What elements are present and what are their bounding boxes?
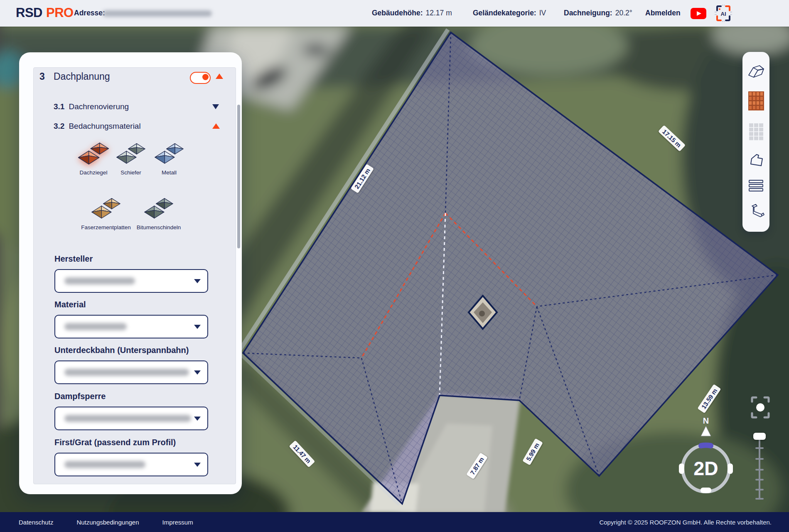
panel-content: 3 Dachplanung 3.1Dachrenovierung 3.2Beda… <box>33 67 236 484</box>
stat-label: Gebäudehöhe: <box>372 9 423 17</box>
field-label: First/Grat (passend zum Profil) <box>54 438 176 447</box>
field-label: Dampfsperre <box>54 392 106 401</box>
zoom-slider[interactable] <box>752 432 767 502</box>
address-label: Adresse: <box>74 9 105 17</box>
subsection-number: 3.1 <box>54 102 64 111</box>
gutter-icon[interactable] <box>748 203 764 219</box>
subsection-dachrenovierung[interactable]: 3.1Dachrenovierung <box>54 102 129 111</box>
chevron-down-icon <box>194 463 201 467</box>
app-window: 17.15 m 21.12 m 13.59 m 11.47 m 7.87 m 5… <box>0 0 789 532</box>
redacted-value <box>64 461 145 468</box>
footer-link-nutzungsbedingungen[interactable]: Nutzungsbedingungen <box>76 519 139 526</box>
field-label: Material <box>54 300 86 309</box>
field-label: Hersteller <box>54 254 93 264</box>
material-metall[interactable]: Metall <box>146 139 192 176</box>
planning-panel: 3 Dachplanung 3.1Dachrenovierung 3.2Beda… <box>19 52 242 494</box>
redacted-value <box>64 415 191 422</box>
panel-scrollbar[interactable] <box>237 105 240 248</box>
logout-button[interactable]: Abmelden <box>645 9 681 17</box>
toggle-knob <box>202 74 209 80</box>
north-label: N <box>703 416 709 425</box>
address-value-redacted <box>103 10 212 17</box>
stat-label: Geländekategorie: <box>473 9 536 17</box>
field-label: Unterdeckbahn (Unterspannbahn) <box>54 346 189 355</box>
terrain-category-stat: Geländekategorie:IV <box>473 9 546 17</box>
dachplanung-toggle[interactable] <box>190 72 211 84</box>
subsection-number: 3.2 <box>54 122 64 130</box>
redacted-value <box>64 323 127 330</box>
mode-2d-label: 2D <box>694 458 718 479</box>
polygon-outline-icon[interactable] <box>748 152 764 167</box>
logo-pro: PRO <box>46 5 74 20</box>
slider-handle[interactable] <box>753 433 766 440</box>
section-number: 3 <box>39 71 45 82</box>
unterdeckbahn-select[interactable] <box>54 360 208 384</box>
chevron-up-icon[interactable] <box>212 123 220 129</box>
stat-value: IV <box>539 9 546 17</box>
dampfsperre-select[interactable] <box>54 407 208 430</box>
first-grat-select[interactable] <box>54 453 208 476</box>
material-bitumenschindeln[interactable]: Bitumenschindeln <box>130 194 187 230</box>
material-label: Bitumenschindeln <box>130 224 187 230</box>
roof-pitch-stat: Dachneigung:20.2° <box>564 9 632 17</box>
material-select[interactable] <box>54 315 208 338</box>
redacted-value <box>64 277 135 284</box>
redacted-value <box>64 369 189 376</box>
layers-bars-icon[interactable] <box>749 180 764 191</box>
grid-icon[interactable] <box>749 123 764 140</box>
footer-link-impressum[interactable]: Impressum <box>162 519 193 526</box>
material-faserzementplatten[interactable]: Faserzementplatten <box>78 194 134 230</box>
chevron-down-icon <box>194 279 201 283</box>
roof-wireframe-icon[interactable] <box>747 64 765 79</box>
subsection-bedachungsmaterial[interactable]: 3.2Bedachungsmaterial <box>54 122 141 131</box>
copyright-text: Copyright © 2025 ROOFZON GmbH. Alle Rech… <box>599 519 772 526</box>
top-bar: RSDPRO Adresse: Gebäudehöhe:12.17 m Gelä… <box>0 0 789 27</box>
collapse-section-icon[interactable] <box>216 74 223 79</box>
center-focus-icon[interactable] <box>750 395 771 420</box>
north-arrow-icon <box>701 426 711 436</box>
svg-text:AI: AI <box>721 11 726 17</box>
footer-link-datenschutz[interactable]: Datenschutz <box>19 519 53 526</box>
logo-rsd: RSD <box>16 5 42 20</box>
app-logo: RSDPRO <box>16 5 74 20</box>
section-title: Dachplanung <box>54 71 110 82</box>
material-label: Metall <box>146 169 192 176</box>
subsection-title: Dachrenovierung <box>69 102 129 111</box>
subsection-title: Bedachungsmaterial <box>69 122 140 130</box>
youtube-icon[interactable] <box>691 8 706 19</box>
chevron-down-icon[interactable] <box>212 104 219 109</box>
stat-label: Dachneigung: <box>564 9 612 17</box>
footer-bar: Datenschutz Nutzungsbedingungen Impressu… <box>0 512 789 532</box>
stat-value: 12.17 m <box>426 9 452 17</box>
hersteller-select[interactable] <box>54 269 208 293</box>
material-label: Faserzementplatten <box>78 224 134 230</box>
building-height-stat: Gebäudehöhe:12.17 m <box>372 9 452 17</box>
chevron-down-icon <box>194 325 201 329</box>
ai-logo-icon[interactable]: AI <box>714 4 733 23</box>
compass-2d-control[interactable]: N 2D <box>676 414 739 500</box>
roof-tiles-icon[interactable] <box>748 91 764 110</box>
stat-value: 20.2° <box>615 9 632 17</box>
chevron-down-icon <box>194 370 201 375</box>
chevron-down-icon <box>194 417 201 421</box>
map-toolbar <box>742 52 769 232</box>
